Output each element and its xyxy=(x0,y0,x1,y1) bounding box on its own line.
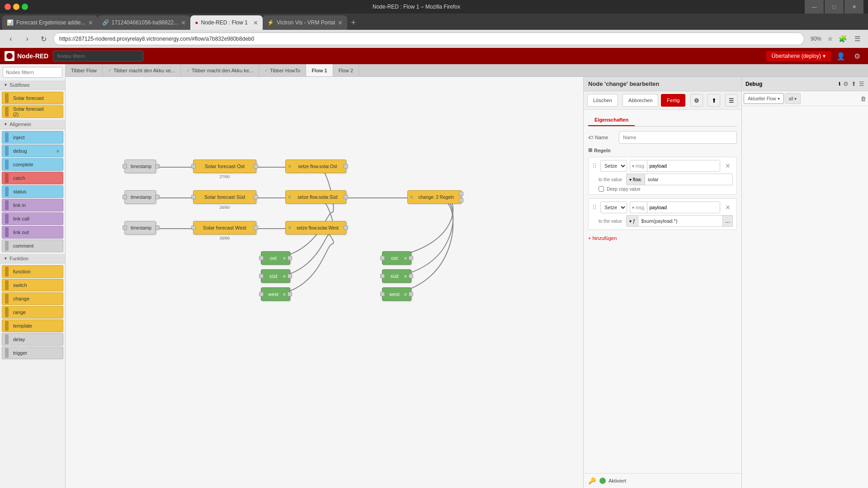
palette-node-status[interactable]: status xyxy=(2,185,63,198)
drag-handle-1[interactable]: ⠿ xyxy=(592,162,597,169)
debug-clear-btn[interactable]: 🗑 xyxy=(860,95,866,102)
add-rule-button[interactable]: + hinzufügen xyxy=(588,234,617,243)
rule-1-type-btn[interactable]: ▾ flow. xyxy=(626,174,645,185)
reload-button[interactable]: ↻ xyxy=(37,33,50,45)
minimize-btn[interactable] xyxy=(13,4,19,10)
palette-node-function[interactable]: function xyxy=(2,265,63,278)
cancel-button[interactable]: Abbrechen xyxy=(623,94,658,107)
menu-icon[interactable]: ☰ xyxy=(851,33,863,45)
zoom-level[interactable]: 90% xyxy=(808,36,824,42)
tab-tibber-howto[interactable]: ✓ Tibber HowTo xyxy=(259,64,306,77)
footer-info-icon[interactable]: 🔑 xyxy=(588,477,596,484)
tab-victron[interactable]: ⚡ Victron Vis - VRM Portal ✕ xyxy=(263,15,347,30)
debug-export-icon[interactable]: ⬆ xyxy=(851,80,856,87)
tab-flow2[interactable]: Flow 2 xyxy=(333,64,359,77)
close-btn[interactable] xyxy=(5,4,11,10)
palette-section-funktion[interactable]: ▼ Funktion xyxy=(0,254,65,263)
rule-2-extra-btn[interactable]: … xyxy=(723,215,733,227)
rule-2-type-btn[interactable]: ▾ ƒ xyxy=(626,215,638,227)
palette-node-inject[interactable]: inject xyxy=(2,131,63,144)
rule-2-prop-input[interactable] xyxy=(647,202,720,213)
node-out-sued-1[interactable]: süd ≡ xyxy=(261,269,290,283)
node-setze-ost[interactable]: ✕ setze flow.solar.Ost xyxy=(285,160,346,173)
win-minimize[interactable]: — xyxy=(805,0,824,14)
bookmark-icon[interactable]: ☆ xyxy=(828,36,833,42)
drag-handle-2[interactable]: ⠿ xyxy=(592,204,597,211)
tab-close-2[interactable]: ✕ xyxy=(181,19,186,26)
rule-1-val-input[interactable] xyxy=(645,174,733,185)
node-solar-west[interactable]: Solar forecast West 26/60 xyxy=(193,221,256,235)
tab-1712[interactable]: 🔗 1712404661056-ba98822... ✕ xyxy=(98,15,190,30)
new-tab-button[interactable]: + xyxy=(347,15,359,30)
node-change[interactable]: ✕ change: 2 Regeln xyxy=(407,190,462,204)
browser-window-controls[interactable] xyxy=(5,4,28,10)
tab-flow1[interactable]: Flow 1 xyxy=(306,64,333,77)
node-timestamp-2[interactable]: timestamp xyxy=(124,190,156,204)
tab-nodered[interactable]: ● Node-RED : Flow 1 ✕ xyxy=(190,15,263,30)
rule-2-action[interactable]: Setze xyxy=(600,202,627,213)
node-setze-sued[interactable]: ✕ setze flow.solar.Süd xyxy=(285,190,346,204)
node-setze-west[interactable]: ✕ setze flow.solar.West xyxy=(285,221,346,235)
export-btn[interactable]: ⬆ xyxy=(708,94,720,107)
palette-node-link-out[interactable]: link out xyxy=(2,226,63,239)
back-button[interactable]: ‹ xyxy=(5,33,17,45)
debug-tab-current-flow[interactable]: Aktueller Flow ▾ xyxy=(744,93,784,104)
search-input[interactable] xyxy=(53,51,143,61)
palette-node-link-call[interactable]: link call xyxy=(2,212,63,225)
settings-btn[interactable]: ⚙ xyxy=(690,94,703,107)
palette-node-comment[interactable]: comment xyxy=(2,239,63,252)
rule-1-delete[interactable]: ✕ xyxy=(723,161,733,171)
node-solar-sued[interactable]: Solar forecast Süd 26/60 xyxy=(193,190,256,204)
toggle-circle[interactable] xyxy=(599,478,606,484)
rule-1-action[interactable]: Setze xyxy=(600,160,627,172)
palette-node-catch[interactable]: catch xyxy=(2,172,63,184)
node-solar-ost[interactable]: Solar forecast Ost 27/60 xyxy=(193,160,256,173)
maximize-btn[interactable] xyxy=(22,4,28,10)
palette-node-range[interactable]: range xyxy=(2,306,63,319)
node-timestamp-1[interactable]: timestamp xyxy=(124,160,156,173)
user-icon[interactable]: 👤 xyxy=(835,50,847,62)
import-btn[interactable]: ☰ xyxy=(725,94,738,107)
tab-forecast[interactable]: 📊 Forecast Ergebnisse addie... ✕ xyxy=(2,15,98,30)
palette-node-debug[interactable]: debug ≡ xyxy=(2,145,63,157)
palette-node-trigger[interactable]: trigger xyxy=(2,347,63,359)
win-close[interactable]: ✕ xyxy=(844,0,863,14)
palette-node-link-in[interactable]: link in xyxy=(2,199,63,211)
palette-node-solar-forecast-2[interactable]: Solar forecast(2) xyxy=(2,105,63,118)
tab-tibber-2[interactable]: ✓ Tibber macht den Akku ve... xyxy=(103,64,181,77)
tab-tibber-3[interactable]: ✓ Tibber macht den Akku ke... xyxy=(181,64,259,77)
tab-close-1[interactable]: ✕ xyxy=(88,19,93,26)
deploy-button[interactable]: Übertahene (deploy) ▾ xyxy=(766,51,831,61)
palette-node-template[interactable]: template xyxy=(2,319,63,332)
delete-button[interactable]: Löschen xyxy=(587,94,618,107)
palette-node-delay[interactable]: delay xyxy=(2,333,63,346)
address-input[interactable] xyxy=(53,33,804,45)
node-out-ost-2[interactable]: ost ≡ xyxy=(382,251,411,265)
rule-2-delete[interactable]: ✕ xyxy=(723,202,733,212)
debug-settings-icon[interactable]: ⚙ xyxy=(843,80,849,87)
node-out-west-1[interactable]: west ≡ xyxy=(261,287,290,301)
tab-close-4[interactable]: ✕ xyxy=(338,19,343,26)
palette-node-change[interactable]: change xyxy=(2,292,63,305)
deep-copy-checkbox[interactable] xyxy=(599,186,604,192)
settings-icon[interactable]: ⚙ xyxy=(851,50,863,62)
debug-import-icon[interactable]: ☰ xyxy=(859,80,864,87)
node-out-west-2[interactable]: west ≡ xyxy=(382,287,411,301)
save-button[interactable]: Fertig xyxy=(661,94,685,107)
node-out-ost-1[interactable]: ost ≡ xyxy=(261,251,290,265)
palette-node-complete[interactable]: complete xyxy=(2,158,63,171)
win-restore[interactable]: □ xyxy=(825,0,844,14)
palette-node-switch[interactable]: switch xyxy=(2,279,63,291)
forward-button[interactable]: › xyxy=(21,33,33,45)
extensions-icon[interactable]: 🧩 xyxy=(836,33,849,45)
debug-tab-all[interactable]: all ▾ xyxy=(785,93,801,104)
palette-search-input[interactable] xyxy=(3,67,62,78)
tab-close-3[interactable]: ✕ xyxy=(253,19,258,26)
node-out-sued-2[interactable]: süd ≡ xyxy=(382,269,411,283)
props-tab-eigenschaften[interactable]: Eigenschaften xyxy=(588,114,635,126)
rule-2-val-input[interactable] xyxy=(638,215,723,227)
palette-node-solar-forecast-1[interactable]: Solar forecast xyxy=(2,92,63,104)
node-timestamp-3[interactable]: timestamp xyxy=(124,221,156,235)
canvas-area[interactable]: timestamp Solar forecast Ost 27/60 xyxy=(66,77,583,488)
name-input[interactable] xyxy=(619,131,737,144)
